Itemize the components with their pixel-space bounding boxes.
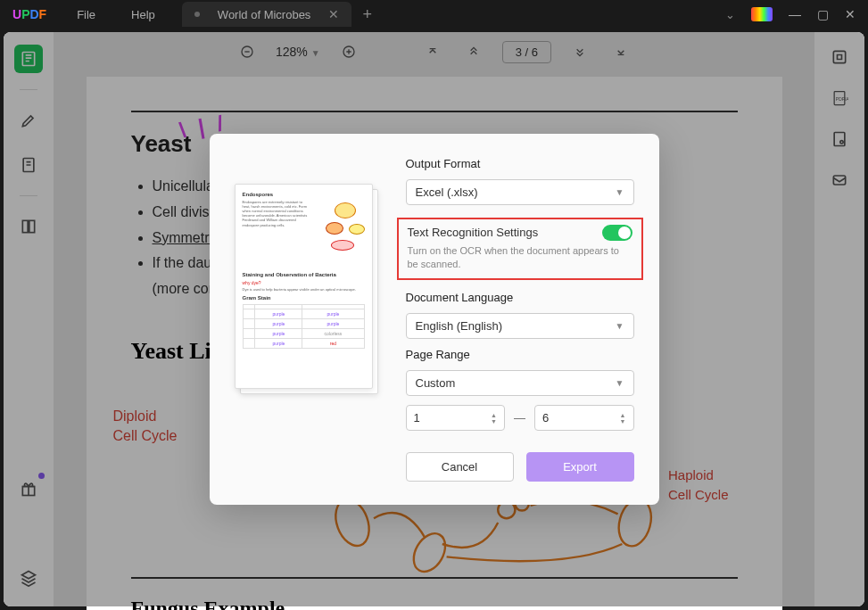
chevron-down-icon: ▼ [616, 321, 624, 331]
minimize-button[interactable]: — [789, 7, 801, 21]
range-dash: — [514, 411, 525, 425]
chevron-down-icon[interactable]: ⌄ [725, 8, 735, 21]
export-form: Output Format Excel (.xlsx) ▼ Text Recog… [406, 157, 634, 482]
page-range-select[interactable]: Custom ▼ [406, 370, 634, 396]
tab-indicator-icon [194, 12, 200, 17]
title-bar: UPDF File Help World of Microbes ✕ + ⌄ —… [0, 0, 868, 29]
ocr-toggle[interactable] [602, 225, 632, 241]
output-format-label: Output Format [406, 157, 634, 170]
language-label: Document Language [406, 291, 634, 304]
spin-up-icon[interactable]: ▲ [620, 412, 626, 418]
tab-title: World of Microbes [218, 8, 311, 21]
main-area: 128%▼ 3 / 6 Yeast \ | / Unicellular fung… [4, 32, 864, 606]
export-button[interactable]: Export [526, 452, 634, 482]
modal-overlay: Endospores Endospores are extremely resi… [4, 32, 864, 606]
page-range-label: Page Range [406, 348, 634, 361]
cancel-button[interactable]: Cancel [406, 452, 514, 482]
output-format-select[interactable]: Excel (.xlsx) ▼ [406, 179, 634, 205]
chevron-down-icon: ▼ [616, 187, 624, 197]
ocr-description: Turn on the OCR when the document appear… [408, 244, 632, 272]
theme-icon[interactable] [751, 7, 773, 21]
close-window-button[interactable]: ✕ [845, 7, 856, 21]
spin-up-icon[interactable]: ▲ [491, 412, 497, 418]
page-to-input[interactable]: 6 ▲▼ [534, 405, 634, 431]
document-tab[interactable]: World of Microbes ✕ [182, 2, 352, 27]
spin-down-icon[interactable]: ▼ [620, 418, 626, 425]
chevron-down-icon: ▼ [616, 378, 624, 388]
export-dialog: Endospores Endospores are extremely resi… [210, 134, 659, 506]
page-from-input[interactable]: 1 ▲▼ [406, 405, 506, 431]
ocr-settings-highlight: Text Recognition Settings Turn on the OC… [397, 218, 643, 281]
spin-down-icon[interactable]: ▼ [491, 418, 497, 425]
menu-help[interactable]: Help [113, 8, 173, 21]
toggle-knob-icon [618, 227, 631, 239]
language-select[interactable]: English (English) ▼ [406, 313, 634, 339]
maximize-button[interactable]: ▢ [817, 7, 829, 21]
menu-file[interactable]: File [59, 8, 113, 21]
close-tab-icon[interactable]: ✕ [328, 7, 339, 21]
page-thumbnail: Endospores Endospores are extremely resi… [235, 157, 379, 482]
app-logo: UPDF [0, 7, 59, 21]
add-tab-button[interactable]: + [362, 5, 372, 24]
ocr-settings-label: Text Recognition Settings [408, 226, 539, 239]
